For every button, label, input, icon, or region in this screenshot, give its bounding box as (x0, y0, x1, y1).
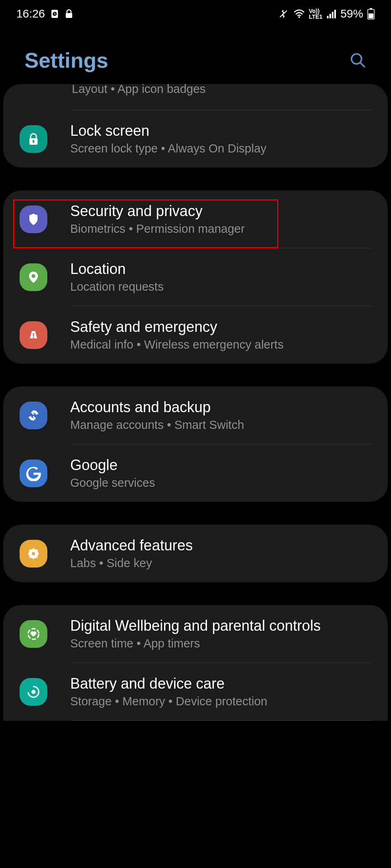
settings-item-battery-device-care[interactable]: Battery and device care Storage • Memory… (3, 663, 388, 720)
settings-group-advanced: Advanced features Labs • Side key (3, 525, 388, 582)
row-subtitle: Manage accounts • Smart Switch (70, 418, 371, 432)
settings-group-security: Security and privacy Biometrics • Permis… (3, 190, 388, 364)
settings-item-google[interactable]: Google Google services (3, 444, 388, 502)
row-content: Advanced features Labs • Side key (70, 537, 371, 570)
row-title: Google (70, 457, 371, 474)
divider (72, 720, 371, 721)
location-pin-icon (20, 263, 47, 291)
search-button[interactable] (349, 52, 367, 69)
svg-point-21 (32, 552, 35, 555)
row-content: Lock screen Screen lock type • Always On… (70, 122, 371, 155)
svg-rect-11 (369, 13, 373, 18)
row-content: Location Location requests (70, 261, 371, 294)
advanced-gear-icon (20, 540, 47, 568)
svg-rect-2 (66, 13, 72, 18)
settings-item-safety-emergency[interactable]: Safety and emergency Medical info • Wire… (3, 306, 388, 364)
shield-icon (20, 205, 47, 233)
clock-icon (50, 9, 60, 19)
emergency-icon (20, 321, 47, 349)
row-title: Battery and device care (70, 675, 371, 692)
row-title: Digital Wellbeing and parental controls (70, 617, 371, 634)
row-title: Advanced features (70, 537, 371, 554)
row-content: Google Google services (70, 457, 371, 490)
row-subtitle: Labs • Side key (70, 557, 371, 570)
settings-group-display: Layout • App icon badges Lock screen Scr… (3, 84, 388, 168)
svg-rect-8 (334, 10, 336, 18)
settings-item-advanced-features[interactable]: Advanced features Labs • Side key (3, 525, 388, 582)
settings-item-location[interactable]: Location Location requests (3, 248, 388, 306)
row-title: Security and privacy (70, 203, 371, 220)
svg-point-24 (31, 690, 36, 694)
row-subtitle: Location requests (70, 280, 371, 294)
row-subtitle: Biometrics • Permission manager (70, 222, 371, 236)
row-content: Safety and emergency Medical info • Wire… (70, 318, 371, 351)
row-subtitle: Medical info • Wireless emergency alerts (70, 338, 371, 351)
row-subtitle: Screen time • App timers (70, 637, 371, 650)
settings-group-accounts: Accounts and backup Manage accounts • Sm… (3, 387, 388, 502)
svg-line-13 (360, 62, 364, 67)
row-content: Accounts and backup Manage accounts • Sm… (70, 399, 371, 432)
row-title: Safety and emergency (70, 318, 371, 336)
partial-row-subtitle: Layout • App icon badges (56, 84, 388, 108)
settings-item-lock-screen[interactable]: Lock screen Screen lock type • Always On… (3, 110, 388, 168)
row-subtitle: Google services (70, 476, 371, 490)
sync-icon (20, 402, 47, 429)
row-content: Security and privacy Biometrics • Permis… (70, 203, 371, 236)
vibrate-icon (279, 9, 289, 19)
signal-icon (327, 9, 336, 18)
row-title: Location (70, 261, 371, 278)
page-header: Settings (0, 28, 391, 85)
wifi-icon (293, 9, 305, 18)
google-icon (20, 459, 47, 487)
battery-icon (367, 8, 375, 20)
status-time: 16:26 (16, 7, 45, 20)
status-left: 16:26 (16, 7, 73, 20)
settings-group-device: Digital Wellbeing and parental controls … (3, 605, 388, 721)
battery-percent: 59% (340, 7, 363, 20)
svg-rect-6 (329, 14, 331, 18)
svg-rect-5 (327, 16, 329, 18)
row-subtitle: Screen lock type • Always On Display (70, 142, 371, 155)
row-subtitle: Storage • Memory • Device protection (70, 695, 371, 708)
volte-icon: Vo)) LTE1 (309, 8, 322, 20)
row-content: Battery and device care Storage • Memory… (70, 675, 371, 708)
lock-icon (64, 9, 73, 19)
row-title: Accounts and backup (70, 399, 371, 416)
wellbeing-icon (20, 620, 47, 648)
status-bar: 16:26 Vo)) LTE1 59% (0, 0, 391, 28)
svg-rect-16 (33, 141, 34, 143)
status-right: Vo)) LTE1 59% (279, 7, 375, 20)
svg-rect-19 (33, 336, 34, 338)
settings-item-security-privacy[interactable]: Security and privacy Biometrics • Permis… (3, 190, 388, 248)
search-icon (349, 52, 367, 69)
lock-screen-icon (20, 125, 47, 153)
svg-point-4 (298, 16, 300, 18)
row-title: Lock screen (70, 122, 371, 139)
settings-title: Settings (24, 48, 108, 73)
settings-item-digital-wellbeing[interactable]: Digital Wellbeing and parental controls … (3, 605, 388, 663)
device-care-icon (20, 678, 47, 706)
svg-rect-7 (332, 12, 333, 18)
svg-rect-18 (33, 333, 34, 336)
settings-item-accounts-backup[interactable]: Accounts and backup Manage accounts • Sm… (3, 387, 388, 444)
row-content: Digital Wellbeing and parental controls … (70, 617, 371, 650)
svg-point-17 (32, 274, 36, 278)
